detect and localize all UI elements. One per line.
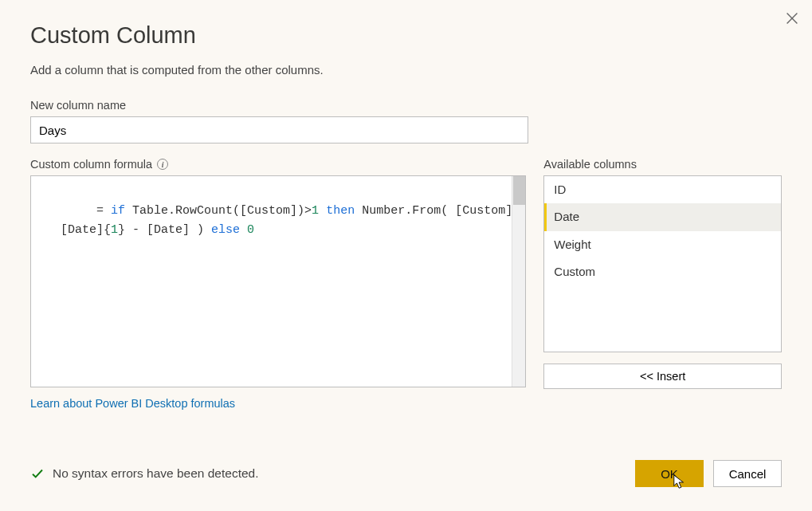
formula-token xyxy=(319,204,326,218)
formula-token: if xyxy=(111,204,125,218)
dialog-subtitle: Add a column that is computed from the o… xyxy=(30,63,782,77)
close-icon[interactable] xyxy=(783,10,801,27)
available-column-item[interactable]: ID xyxy=(544,176,781,203)
formula-editor[interactable]: = if Table.RowCount([Custom])>1 then Num… xyxy=(30,175,526,387)
formula-token: 1 xyxy=(111,223,118,237)
status-row: No syntax errors have been detected. xyxy=(30,466,258,481)
column-name-label: New column name xyxy=(30,99,782,112)
dialog-title: Custom Column xyxy=(30,22,782,49)
cancel-button[interactable]: Cancel xyxy=(713,460,782,487)
formula-token: then xyxy=(326,204,355,218)
formula-token: else xyxy=(211,223,240,237)
available-column-item[interactable]: Weight xyxy=(544,231,781,258)
custom-column-dialog: Custom Column Add a column that is compu… xyxy=(0,0,812,511)
formula-token: } - [Date] ) xyxy=(118,223,211,237)
formula-scrollbar[interactable] xyxy=(512,176,525,387)
available-column-item[interactable]: Date xyxy=(544,203,781,230)
info-icon[interactable]: i xyxy=(157,159,168,170)
available-column-item[interactable]: Custom xyxy=(544,258,781,285)
insert-button[interactable]: << Insert xyxy=(543,364,782,389)
formula-label: Custom column formula i xyxy=(30,158,526,171)
available-columns-label: Available columns xyxy=(543,158,782,171)
learn-link[interactable]: Learn about Power BI Desktop formulas xyxy=(30,397,235,410)
formula-token: 0 xyxy=(247,223,254,237)
ok-button[interactable]: OK xyxy=(635,460,704,487)
available-columns-list: IDDateWeightCustom xyxy=(543,175,782,352)
formula-token: 1 xyxy=(312,204,319,218)
scrollbar-thumb[interactable] xyxy=(513,176,525,205)
ok-button-label: OK xyxy=(661,467,678,481)
column-name-input[interactable] xyxy=(30,116,528,143)
formula-label-text: Custom column formula xyxy=(30,158,152,171)
formula-token xyxy=(240,223,247,237)
check-icon xyxy=(30,466,45,481)
status-message: No syntax errors have been detected. xyxy=(53,466,258,481)
formula-token: Table.RowCount([Custom])> xyxy=(125,204,312,218)
formula-prefix: = xyxy=(96,204,111,218)
